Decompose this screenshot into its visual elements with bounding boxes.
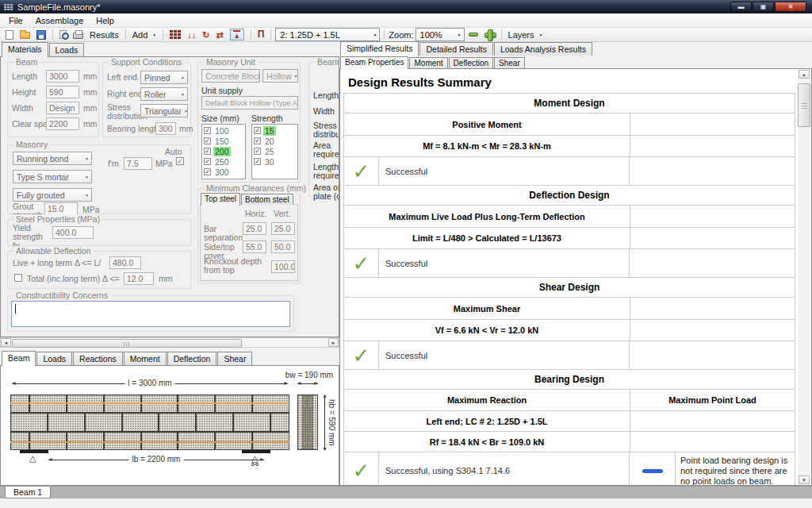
checkbox-icon[interactable] — [254, 137, 261, 144]
size-item[interactable]: 150 — [202, 136, 245, 146]
yield-strength-input[interactable]: 400.0 — [52, 226, 94, 239]
tab-beam-1[interactable]: Beam 1 — [5, 487, 51, 498]
load-combination-select[interactable]: 2: 1.25D + 1.5L — [275, 28, 380, 41]
right-end-select[interactable]: Roller — [140, 87, 188, 101]
tab-moment-view[interactable]: Moment — [124, 352, 167, 365]
zoom-in-button[interactable] — [482, 29, 497, 41]
strength-item[interactable]: 30 — [252, 156, 297, 167]
bond-select[interactable]: Running bond — [13, 152, 92, 165]
live-deflection-input[interactable]: 480.0 — [109, 256, 141, 269]
masonry-pattern-button[interactable] — [167, 29, 183, 41]
menu-file[interactable]: File — [2, 14, 29, 27]
columns-button[interactable]: Π — [255, 29, 267, 41]
scroll-thumb[interactable] — [12, 339, 242, 348]
subtab-deflection[interactable]: Deflection — [449, 57, 493, 68]
loads-button[interactable]: ↓↓ — [185, 29, 198, 41]
checkbox-icon[interactable] — [204, 127, 211, 134]
tab-reactions[interactable]: Reactions — [73, 352, 123, 365]
total-deflection-checkbox[interactable] — [14, 274, 22, 282]
size-item[interactable]: 200 — [202, 146, 245, 156]
checkbox-icon[interactable] — [254, 148, 261, 155]
checkbox-icon[interactable] — [254, 158, 261, 165]
side-top-cover-vert-input[interactable]: 50.0 — [271, 241, 295, 253]
left-end-select[interactable]: Pinned — [140, 71, 188, 84]
scroll-left-arrow[interactable]: ◄ — [1, 338, 11, 347]
grout-strength-input[interactable]: 15.0 — [44, 202, 78, 215]
results-button[interactable]: Results — [87, 29, 121, 41]
toolbar-separator — [163, 29, 163, 40]
size-item[interactable]: 100 — [202, 125, 245, 136]
grouting-select[interactable]: Fully grouted — [13, 188, 92, 202]
close-button[interactable]: ✕ — [775, 2, 806, 12]
beam-width-input[interactable]: Design — [46, 102, 79, 114]
scroll-up-arrow[interactable]: ▲ — [799, 70, 810, 79]
side-top-cover-horiz-input[interactable]: 55.0 — [243, 241, 266, 253]
strength-item[interactable]: 25 — [252, 146, 297, 156]
zoom-select[interactable]: 100% — [416, 28, 465, 41]
stress-distribution-select[interactable]: Triangular — [140, 104, 188, 117]
menu-assemblage[interactable]: Assemblage — [29, 14, 90, 27]
bearing-plate-title: Bearing Plate — [315, 57, 339, 67]
beam-length-input[interactable]: 3000 — [46, 70, 79, 83]
bar-separation-vert-input[interactable]: 25.0 — [271, 222, 295, 235]
size-item[interactable]: 250 — [202, 156, 245, 167]
fm-input[interactable]: 7.5 — [124, 157, 152, 170]
unit-core-select[interactable]: Hollow — [262, 69, 298, 83]
scroll-right-arrow[interactable]: ► — [328, 338, 339, 347]
subtab-moment[interactable]: Moment — [409, 57, 447, 68]
beam-height-unit: mm — [83, 88, 98, 97]
supports-toggle-button[interactable] — [228, 29, 247, 41]
tab-loads[interactable]: Loads — [49, 43, 85, 56]
tab-top-steel[interactable]: Top steel — [201, 193, 240, 206]
tab-bottom-steel[interactable]: Bottom steel — [241, 194, 293, 205]
tab-loads-analysis-results[interactable]: Loads Analysis Results — [494, 42, 592, 56]
tab-deflection-view[interactable]: Deflection — [167, 352, 217, 365]
bar-separation-horiz-input[interactable]: 25.0 — [243, 222, 266, 235]
new-file-button[interactable] — [3, 29, 16, 41]
bearing-length-input[interactable]: 300 — [155, 122, 176, 135]
checkbox-icon[interactable] — [204, 158, 211, 165]
rotate-button[interactable]: ↻ — [200, 29, 212, 41]
scroll-thumb[interactable] — [798, 83, 810, 127]
constructibility-textarea[interactable] — [11, 301, 290, 327]
save-button[interactable] — [34, 29, 48, 41]
size-item[interactable]: 300 — [202, 167, 245, 177]
unit-material-select[interactable]: Concrete Block — [201, 69, 260, 83]
tab-beam[interactable]: Beam — [2, 351, 36, 366]
tab-materials[interactable]: Materials — [2, 42, 48, 57]
restore-button[interactable]: ▣ — [753, 2, 774, 12]
strength-item[interactable]: 20 — [252, 136, 297, 146]
materials-horizontal-scrollbar[interactable]: ◄ ► — [0, 337, 339, 348]
subtab-shear[interactable]: Shear — [494, 57, 525, 68]
checkbox-icon[interactable] — [204, 168, 211, 175]
fm-auto-checkbox[interactable] — [176, 157, 184, 165]
shear-check: Vf = 6.6 kN < Vr = 12.0 kN — [344, 320, 630, 341]
open-file-button[interactable] — [17, 29, 33, 41]
beam-height-input[interactable]: 590 — [46, 86, 79, 98]
minimize-button[interactable]: ▬ — [730, 2, 752, 12]
menu-help[interactable]: Help — [90, 14, 121, 27]
tab-shear-view[interactable]: Shear — [217, 352, 252, 365]
checkbox-icon[interactable] — [204, 137, 211, 144]
unit-supply-select[interactable]: Default Block Hollow (Type A) — [201, 96, 298, 110]
print-preview-button[interactable] — [57, 29, 69, 41]
tab-detailed-results[interactable]: Detailed Results — [419, 42, 492, 56]
checkbox-icon[interactable] — [204, 148, 211, 155]
strength-item[interactable]: 15 — [252, 125, 297, 136]
checkbox-icon[interactable] — [254, 127, 261, 134]
axial-arrows-button[interactable]: ⇄ — [213, 29, 225, 41]
layers-dropdown-button[interactable]: Layers — [506, 29, 546, 41]
mortar-select[interactable]: Type S mortar — [13, 170, 92, 183]
knockout-depth-vert-input[interactable]: 100.0 — [271, 260, 295, 273]
results-vertical-scrollbar[interactable]: ▲ ▼ — [798, 70, 810, 484]
tab-loads-view[interactable]: Loads — [36, 352, 72, 365]
beam-clearspan-input[interactable]: 2200 — [46, 117, 79, 130]
scroll-down-arrow[interactable]: ▼ — [799, 475, 810, 484]
subtab-beam-properties[interactable]: Beam Properties — [340, 56, 408, 69]
add-dropdown-button[interactable]: Add — [130, 29, 159, 41]
top-rebar-line — [10, 402, 289, 404]
zoom-out-button[interactable] — [466, 29, 481, 41]
print-button[interactable] — [71, 29, 86, 41]
tab-simplified-results[interactable]: Simplified Results — [340, 41, 419, 56]
total-deflection-input[interactable]: 12.0 — [124, 272, 154, 285]
